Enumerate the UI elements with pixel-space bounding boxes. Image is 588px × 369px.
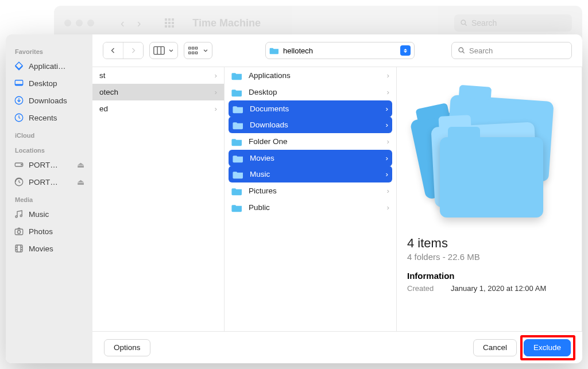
chevron-right-icon: › <box>386 170 389 178</box>
chevron-right-icon: › <box>215 104 218 113</box>
back-button[interactable] <box>103 42 123 59</box>
created-value: January 1, 2020 at 12:00 AM <box>451 284 546 293</box>
group-icon <box>188 46 199 55</box>
item-label: Applications <box>249 71 291 80</box>
columns-icon <box>153 46 165 55</box>
clock-icon <box>14 112 24 123</box>
created-key: Created <box>407 284 442 293</box>
preview-subtitle: 4 folders - 22.6 MB <box>407 252 571 262</box>
list-item[interactable]: Music› <box>229 166 392 182</box>
list-item[interactable]: otech › <box>92 84 224 100</box>
folder-icon <box>231 88 243 97</box>
item-label: Downloads <box>250 121 288 129</box>
dialog-footer: Options Cancel Exclude <box>92 331 582 363</box>
list-item[interactable]: ed › <box>92 100 224 117</box>
chevron-right-icon: › <box>387 71 390 80</box>
svg-point-10 <box>20 215 22 216</box>
list-item[interactable]: Movies› <box>229 150 392 166</box>
app-icon <box>14 61 24 71</box>
file-picker-sheet: Favorites Applicati… Desktop Downloads R… <box>6 34 582 363</box>
item-label: Documents <box>250 104 289 113</box>
sidebar-item-movies[interactable]: Movies <box>6 240 92 257</box>
svg-rect-15 <box>189 47 191 49</box>
bg-search-field: Search <box>454 14 572 32</box>
svg-point-0 <box>461 20 466 25</box>
folder-icon <box>233 121 244 130</box>
chevron-right-icon: › <box>386 154 389 162</box>
list-item[interactable]: Downloads› <box>229 116 392 133</box>
sidebar-item-label: PORT… <box>29 161 58 169</box>
sidebar: Favorites Applicati… Desktop Downloads R… <box>6 34 92 363</box>
toolbar: hellotech Search <box>92 34 582 67</box>
folder-icon <box>233 154 244 163</box>
svg-rect-20 <box>195 52 197 54</box>
list-item[interactable]: Public› <box>225 199 396 216</box>
apps-grid-icon <box>165 18 174 28</box>
chevron-right-icon: › <box>387 88 390 96</box>
film-icon <box>14 243 24 254</box>
path-label: hellotech <box>283 46 397 55</box>
search-icon <box>458 46 466 55</box>
sidebar-item-label: Movies <box>29 244 53 253</box>
sidebar-item-recents[interactable]: Recents <box>6 109 92 126</box>
path-popup-button[interactable]: hellotech <box>265 42 415 59</box>
item-label: Music <box>250 170 270 178</box>
sidebar-item-disk-2[interactable]: PORT… ⏏ <box>6 173 92 191</box>
bg-window-title: Time Machine <box>192 17 261 29</box>
chevron-right-icon: › <box>386 104 389 113</box>
options-button[interactable]: Options <box>104 339 150 356</box>
search-placeholder: Search <box>469 46 493 55</box>
view-columns-button[interactable] <box>149 42 178 59</box>
preview-info-heading: Information <box>407 271 571 281</box>
svg-rect-11 <box>15 229 23 235</box>
sidebar-item-photos[interactable]: Photos <box>6 223 92 240</box>
chevron-left-icon <box>110 46 117 55</box>
svg-point-7 <box>21 164 22 165</box>
timemachine-disk-icon <box>14 177 24 187</box>
list-item[interactable]: Pictures› <box>225 182 396 199</box>
sidebar-item-label: Recents <box>29 114 57 122</box>
item-label: ed <box>99 104 108 113</box>
chevron-down-icon <box>203 48 208 53</box>
eject-icon[interactable]: ⏏ <box>77 177 84 187</box>
sidebar-item-disk-1[interactable]: PORT… ⏏ <box>6 156 92 173</box>
sidebar-item-music[interactable]: Music <box>6 205 92 223</box>
disk-icon <box>14 160 24 170</box>
column-1: st › otech › ed › <box>92 67 225 331</box>
group-by-button[interactable] <box>184 42 212 59</box>
main-panel: hellotech Search st › otech <box>92 34 582 363</box>
folder-icon <box>231 187 243 196</box>
svg-rect-19 <box>195 47 197 49</box>
preview-created-row: Created January 1, 2020 at 12:00 AM <box>407 284 571 293</box>
list-item[interactable]: Documents› <box>229 100 392 117</box>
sidebar-item-applications[interactable]: Applicati… <box>6 57 92 75</box>
list-item[interactable]: Desktop› <box>225 84 396 100</box>
preview-count: 4 items <box>407 236 571 251</box>
chevron-right-icon: › <box>387 203 390 212</box>
sidebar-group-icloud: iCloud <box>6 126 92 141</box>
list-item[interactable]: Folder One› <box>225 133 396 150</box>
music-icon <box>14 209 24 219</box>
chevron-right-icon: › <box>386 121 389 129</box>
search-field[interactable]: Search <box>451 42 572 59</box>
eject-icon[interactable]: ⏏ <box>77 160 84 169</box>
folder-icon <box>231 203 243 212</box>
sidebar-item-downloads[interactable]: Downloads <box>6 92 92 109</box>
chevron-right-icon: › <box>387 137 390 146</box>
sidebar-item-label: Music <box>29 210 49 219</box>
sidebar-item-desktop[interactable]: Desktop <box>6 75 92 92</box>
folder-icon <box>231 137 243 146</box>
list-item[interactable]: Applications› <box>225 67 396 84</box>
folder-stack-preview <box>415 92 564 219</box>
annotation-highlight <box>520 335 575 360</box>
cancel-button[interactable]: Cancel <box>473 339 517 356</box>
list-item[interactable]: st › <box>92 67 224 84</box>
svg-rect-18 <box>192 52 194 54</box>
chevron-right-icon: › <box>215 71 218 80</box>
item-label: Movies <box>250 154 274 162</box>
item-label: Pictures <box>249 187 277 195</box>
forward-button[interactable] <box>123 42 143 59</box>
item-label: Desktop <box>249 88 277 96</box>
bg-nav-arrows: ‹ › <box>121 17 141 30</box>
folder-icon <box>233 104 244 114</box>
